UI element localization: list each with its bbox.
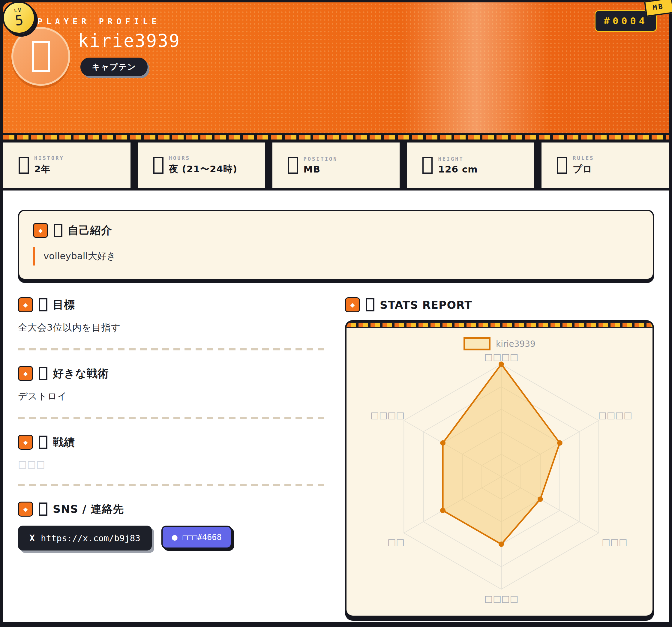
radar-data-point (537, 497, 543, 502)
radar-data-point (499, 362, 504, 367)
section-title: 好きな戦術 (53, 366, 109, 381)
tofu-glyph-icon (366, 298, 375, 311)
page: LV 5 PLAYER PROFILE kirie3939 キャプテン MB #… (3, 2, 669, 622)
stats-report-heading: ◆ STATS REPORT (345, 297, 654, 312)
discord-handle: □□□#4668 (183, 532, 222, 542)
stats-bar: HISTORY 2年 HOURS 夜 (21〜24時) POSITION MB … (3, 143, 669, 188)
discord-button[interactable]: ● □□□#4668 (161, 526, 232, 549)
record-body: □□□ (18, 459, 327, 469)
main-content: ◆ 自己紹介 volleyball大好き ◆ 目標 全大会3位以内を目指す ◆ (3, 191, 669, 622)
stat-card-height: HEIGHT 126 cm (407, 143, 534, 188)
page-title: PLAYER PROFILE (38, 17, 161, 26)
left-column: ◆ 目標 全大会3位以内を目指す ◆ 好きな戦術 デストロイ ◆ 戦績 (18, 297, 327, 617)
stat-value: 126 cm (438, 164, 478, 175)
radar-data-point (440, 508, 446, 513)
level-value: 5 (15, 13, 24, 28)
stat-card-hours: HOURS 夜 (21〜24時) (138, 143, 265, 188)
stat-card-position: POSITION MB (272, 143, 400, 188)
section-title: 目標 (53, 297, 75, 312)
divider (18, 417, 327, 419)
sns-heading: ◆ SNS / 連絡先 (18, 502, 327, 516)
radar-axis-label: □□□□ (484, 594, 518, 604)
tactics-heading: ◆ 好きな戦術 (18, 366, 327, 381)
intro-heading: ◆ 自己紹介 (33, 223, 639, 238)
profile-header: LV 5 PLAYER PROFILE kirie3939 キャプテン MB #… (3, 2, 669, 133)
stats-report-panel: kirie3939 □□□□□□□□□□□□□□□□□□□□□ (345, 320, 654, 617)
stat-label: POSITION (304, 156, 338, 162)
diamond-icon: ◆ (18, 435, 33, 450)
stat-label: HISTORY (34, 155, 64, 161)
radar-data-point (440, 440, 446, 446)
stat-icon (19, 157, 29, 174)
stat-icon (557, 157, 567, 174)
stripe-divider (3, 133, 669, 142)
goal-heading: ◆ 目標 (18, 297, 327, 312)
stat-value: MB (304, 164, 338, 175)
stat-icon (153, 157, 164, 174)
section-title: 自己紹介 (68, 223, 112, 238)
diamond-icon: ◆ (33, 223, 48, 238)
record-heading: ◆ 戦績 (18, 435, 327, 450)
tofu-glyph-icon (39, 298, 47, 311)
radar-axis-label: □□□□ (598, 410, 632, 420)
radar-data-polygon (443, 364, 560, 544)
stat-icon (288, 157, 298, 174)
right-column: ◆ STATS REPORT kirie3939 □□□□□□□□□□□□□□□… (345, 297, 654, 617)
radar-data-point (499, 541, 504, 547)
stat-value: 2年 (34, 163, 64, 175)
stat-card-history: HISTORY 2年 (3, 143, 130, 188)
stat-value: プロ (573, 163, 594, 175)
section-title: SNS / 連絡先 (53, 502, 124, 516)
tofu-glyph-icon (39, 503, 47, 516)
section-title: 戦績 (53, 435, 75, 450)
radar-data-point (557, 440, 562, 446)
stat-label: RULES (573, 155, 594, 161)
stat-value: 夜 (21〜24時) (169, 163, 237, 175)
divider (18, 348, 327, 351)
tofu-glyph-icon (39, 436, 47, 449)
x-logo-icon: X (29, 533, 35, 543)
radar-axis-label: □□□□ (484, 352, 518, 362)
stat-label: HOURS (169, 155, 237, 161)
diamond-icon: ◆ (18, 502, 33, 516)
tactics-body: デストロイ (18, 390, 327, 403)
intro-body: volleyball大好き (33, 247, 639, 265)
goal-body: 全大会3位以内を目指す (18, 321, 327, 334)
avatar (11, 27, 70, 86)
position-tag: MB (644, 0, 672, 17)
avatar-placeholder-glyph (32, 41, 50, 72)
x-link-url: https://x.com/b9j83 (41, 533, 140, 543)
radar-axis-label: □□ (387, 537, 404, 547)
divider (18, 484, 327, 486)
diamond-icon: ◆ (18, 297, 33, 312)
stat-label: HEIGHT (438, 156, 478, 162)
diamond-icon: ◆ (345, 297, 360, 312)
circle-icon: ● (172, 533, 178, 541)
stat-icon (423, 157, 433, 174)
role-badge: キャプテン (80, 57, 148, 76)
diamond-icon: ◆ (18, 366, 33, 381)
intro-card: ◆ 自己紹介 volleyball大好き (18, 210, 654, 280)
radar-axis-label: □□□ (602, 537, 627, 547)
stat-card-rules: RULES プロ (542, 143, 669, 188)
player-name: kirie3939 (78, 31, 180, 51)
section-title: STATS REPORT (380, 299, 472, 311)
tofu-glyph-icon (54, 224, 63, 237)
radar-chart: □□□□□□□□□□□□□□□□□□□□□ (348, 323, 654, 616)
tofu-glyph-icon (39, 367, 47, 380)
x-link-button[interactable]: X https://x.com/b9j83 (18, 526, 152, 551)
radar-axis-label: □□□□ (370, 410, 404, 420)
